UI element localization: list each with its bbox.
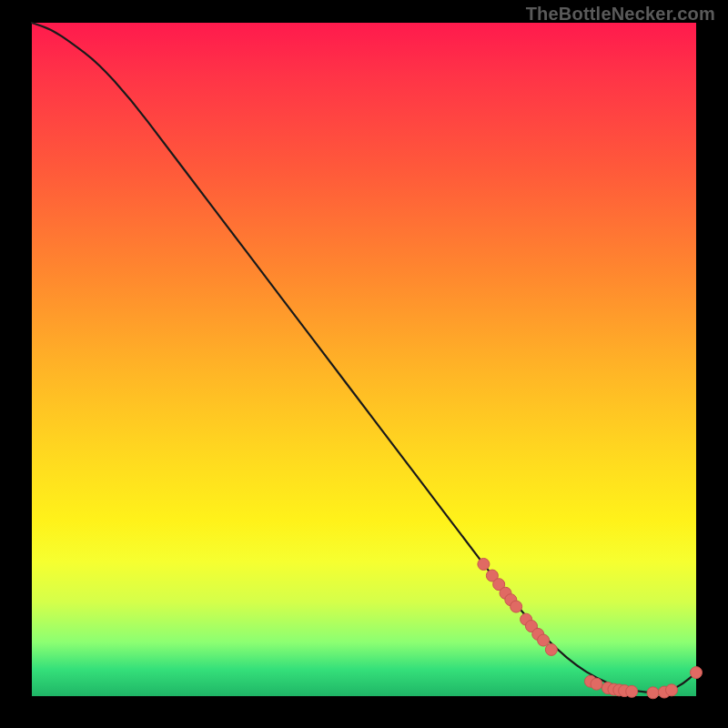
data-marker bbox=[511, 601, 522, 612]
data-marker bbox=[647, 687, 659, 699]
chart-overlay-svg bbox=[32, 23, 696, 696]
data-markers-group bbox=[478, 558, 703, 698]
data-marker bbox=[591, 678, 602, 690]
data-marker bbox=[665, 684, 677, 696]
data-marker bbox=[545, 643, 557, 655]
bottleneck-curve bbox=[32, 23, 696, 693]
data-marker bbox=[626, 685, 638, 697]
chart-stage: TheBottleNecker.com bbox=[0, 0, 728, 728]
data-marker bbox=[691, 667, 703, 679]
data-marker bbox=[478, 558, 490, 570]
watermark-text: TheBottleNecker.com bbox=[526, 4, 715, 25]
plot-area bbox=[32, 23, 696, 696]
data-marker bbox=[538, 634, 550, 646]
